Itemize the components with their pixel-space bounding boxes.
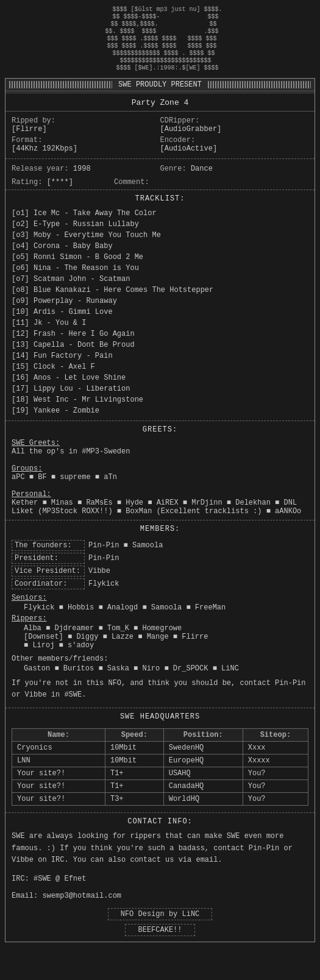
hq-pos-2: EuropeHQ — [163, 755, 243, 767]
format-cell: Format: [44Khz 192Kbps] — [12, 135, 160, 154]
track-6: [o6] Nina - The Reason is You — [12, 263, 308, 274]
vp-label: Vice President: — [12, 566, 85, 577]
format-label: Format: — [12, 136, 160, 144]
founders-row: The founders: Pin-Pin ■ Samoola — [12, 540, 308, 551]
hq-row-1: Cryonics 10Mbit SwedenHQ Xxxx — [12, 742, 308, 755]
cdripper-cell: CDRipper: [AudioGrabber] — [160, 115, 309, 135]
hq-row-3: Your site?! T1+ USAHQ You? — [12, 767, 308, 780]
track-16: [16] Anos - Let Love Shine — [12, 372, 308, 383]
track-19: [19] Yankee - Zombie — [12, 405, 308, 416]
other-label: Other members/friends: — [12, 655, 108, 663]
hq-name-4: Your site?! — [12, 780, 105, 793]
irc-label: IRC: — [12, 875, 29, 883]
president-row: President: Pin-Pin — [12, 553, 308, 564]
rating-value: [****] — [47, 178, 73, 186]
footer-design-text: NFO Design by LiNC — [121, 910, 200, 918]
greets-section: SWE Greets: All the op's in #MP3-Sweden … — [5, 436, 315, 518]
seniors-label-row: Seniors: — [12, 591, 308, 603]
track-13: [13] Capella - Dont Be Proud — [12, 339, 308, 350]
ripped-by-cell: Ripped by: [Flirre] — [12, 115, 160, 135]
ripped-by-value: [Flirre] — [12, 125, 160, 133]
footer: NFO Design by LiNC BEEFCAKE!! — [5, 903, 315, 942]
hq-pos-4: CanadaHQ — [163, 780, 243, 793]
header-bar: SWE PROUDLY PRESENT — [5, 79, 315, 91]
header-decoration-left — [9, 81, 112, 88]
hq-name-5: Your site?! — [12, 793, 105, 806]
rippers-line1: Alba ■ Djdreamer ■ Tom_K ■ Homegrowe — [12, 624, 308, 633]
groups-value: aPC ■ BF ■ supreme ■ aTn — [12, 473, 308, 481]
release-year-value: 1998 — [73, 165, 91, 173]
hq-col-position: Position: — [163, 729, 243, 742]
hq-speed-3: T1+ — [105, 767, 163, 780]
party-title: Party Zone 4 — [5, 94, 315, 110]
hq-pos-3: USAHQ — [163, 767, 243, 780]
hq-col-siteop: Siteop: — [243, 729, 308, 742]
hq-speed-5: T3+ — [105, 793, 163, 806]
founders-label: The founders: — [12, 540, 85, 551]
footer-beefcake-box: BEEFCAKE!! — [125, 924, 194, 936]
release-info: Ripped by: [Flirre] CDRipper: [AudioGrab… — [5, 113, 315, 157]
hq-header: SWE HEADQUARTERS — [5, 710, 315, 723]
hq-row-5: Your site?! T3+ WorldHQ You? — [12, 793, 308, 806]
hq-col-speed: Speed: — [105, 729, 163, 742]
track-3: [o3] Moby - Everytime You Touch Me — [12, 230, 308, 241]
members-header: MEMBERS: — [5, 522, 315, 536]
encoder-value: [AudioActive] — [160, 144, 309, 153]
encoder-cell: Encoder: [AudioActive] — [160, 135, 309, 154]
hq-row-2: LNN 10Mbit EuropeHQ Xxxxx — [12, 755, 308, 767]
track-17: [17] Lippy Lou - Liberation — [12, 383, 308, 394]
email-label: Email: — [12, 892, 38, 900]
ripped-by-label: Ripped by: — [12, 116, 160, 125]
track-18: [18] West Inc - Mr Livingstone — [12, 394, 308, 405]
track-7: [o7] Scatman John - Scatman — [12, 274, 308, 285]
hq-siteop-2: Xxxxx — [243, 755, 308, 767]
genre-cell: Genre: Dance — [160, 163, 309, 174]
vp-value: Vibbe — [88, 567, 110, 575]
genre-label: Genre: — [160, 165, 187, 173]
hq-speed-1: 10Mbit — [105, 742, 163, 755]
hq-siteop-3: You? — [243, 767, 308, 780]
track-12: [12] Frash - Here I Go Again — [12, 328, 308, 339]
track-9: [o9] Powerplay - Runaway — [12, 296, 308, 307]
encoder-label: Encoder: — [160, 136, 309, 144]
coordinator-value: Flykick — [88, 580, 119, 588]
comment-label: Comment: — [114, 178, 149, 186]
hq-siteop-4: You? — [243, 780, 308, 793]
header-title: SWE PROUDLY PRESENT — [112, 80, 208, 89]
seniors-label: Seniors: — [12, 594, 47, 602]
vp-row: Vice President: Vibbe — [12, 566, 308, 577]
contact-header: CONTACT INFO: — [5, 815, 315, 828]
personal-label: Personal: — [12, 490, 308, 499]
main-container: SWE PROUDLY PRESENT Party Zone 4 Ripped … — [5, 78, 315, 942]
tracklist: [o1] Ice Mc - Take Away The Color [o2] E… — [5, 205, 315, 419]
president-label: President: — [12, 553, 85, 564]
rippers-line2: [Downset] ■ Diggy ■ Lazze ■ Mange ■ Flir… — [12, 633, 308, 641]
greets-header: GREETS: — [5, 423, 315, 436]
rippers-label: Rippers: — [12, 614, 47, 623]
hq-name-3: Your site?! — [12, 767, 105, 780]
cdripper-value: [AudioGrabber] — [160, 125, 309, 133]
contact-section: SWE are always looking for rippers that … — [5, 828, 315, 903]
irc-value: #SWE @ Efnet — [34, 875, 86, 883]
hq-table: Name: Speed: Position: Siteop: Cryonics … — [12, 728, 308, 806]
release-year-label: Release year: — [12, 165, 69, 173]
rippers-line3: ■ Liroj ■ s'adoy — [12, 641, 308, 650]
cdripper-label: CDRipper: — [160, 116, 309, 125]
irc-row: IRC: #SWE @ Efnet — [12, 875, 308, 883]
hq-siteop-1: Xxxx — [243, 742, 308, 755]
format-value: [44Khz 192Kbps] — [12, 144, 160, 153]
hq-section: Name: Speed: Position: Siteop: Cryonics … — [5, 723, 315, 811]
email-value: swemp3@hotmail.com — [42, 892, 121, 900]
header-decoration-right — [208, 81, 311, 88]
seniors-value: Flykick ■ Hobbis ■ Analogd ■ Samoola ■ F… — [12, 603, 308, 612]
hq-speed-4: T1+ — [105, 780, 163, 793]
release-year-cell: Release year: 1998 — [12, 163, 160, 174]
hq-siteop-5: You? — [243, 793, 308, 806]
track-14: [14] Fun Factory - Pain — [12, 350, 308, 361]
hq-pos-1: SwedenHQ — [163, 742, 243, 755]
email-row: Email: swemp3@hotmail.com — [12, 892, 308, 900]
rating-row: Rating: [****] Comment: — [5, 177, 315, 188]
track-8: [o8] Blue Kanakazi - Here Comes The Hots… — [12, 285, 308, 296]
track-15: [15] Clock - Axel F — [12, 361, 308, 372]
other-value: Gaston ■ Buritos ■ Saska ■ Niro ■ Dr_SPO… — [12, 664, 308, 673]
